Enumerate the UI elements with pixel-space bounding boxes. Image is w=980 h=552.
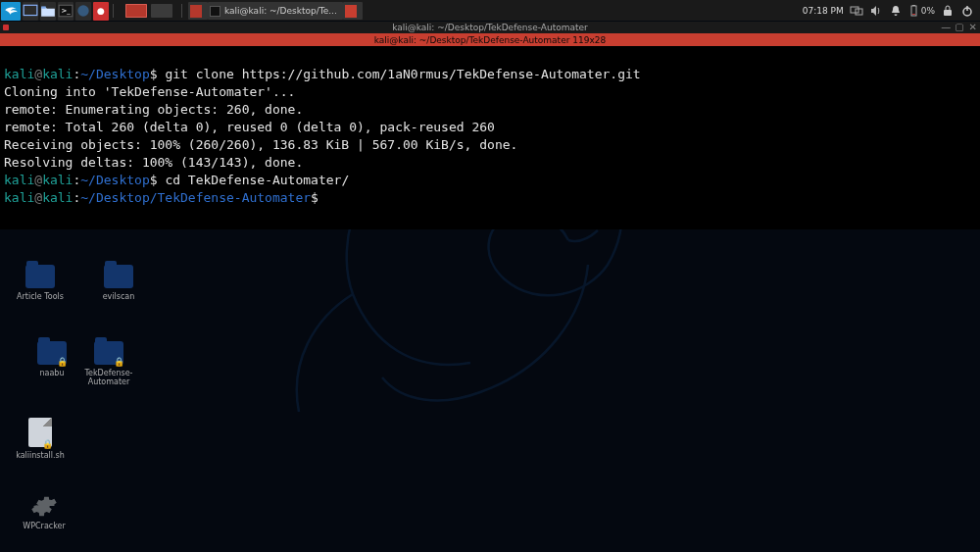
terminal-cmd-2: cd TekDefense-Automater/ xyxy=(165,173,349,187)
window-close-button[interactable]: ✕ xyxy=(969,23,977,32)
svg-rect-9 xyxy=(912,14,915,15)
terminal-launcher[interactable]: >_ xyxy=(58,2,74,21)
terminal-window[interactable]: kali@kali: ~/Desktop/TekDefense-Automate… xyxy=(0,22,980,228)
prompt-host: kali xyxy=(42,173,73,187)
notifications-icon[interactable] xyxy=(889,4,903,18)
battery-indicator[interactable]: 0% xyxy=(908,5,935,17)
terminal-titlebar[interactable]: kali@kali: ~/Desktop/TekDefense-Automate… xyxy=(0,22,980,33)
window-minimize-button[interactable]: — xyxy=(941,23,951,32)
terminal-output: Resolving deltas: 100% (143/143), done. xyxy=(4,155,303,170)
prompt-dollar: $ xyxy=(311,190,318,205)
power-icon[interactable] xyxy=(960,4,974,18)
taskbar: >_ ● kali@kali: ~/Desktop/Te... 07:18 PM xyxy=(0,0,980,21)
workspace-1[interactable] xyxy=(125,4,147,18)
svg-rect-0 xyxy=(24,5,37,15)
prompt-dollar: $ xyxy=(150,67,158,81)
svg-rect-8 xyxy=(912,5,915,6)
red-square-icon xyxy=(190,5,202,18)
task-button-terminal[interactable]: kali@kali: ~/Desktop/Te... xyxy=(208,2,343,20)
desktop-icon-kaliinstall[interactable]: kaliinstall.sh xyxy=(10,418,71,460)
desktop-label: naabu xyxy=(22,369,82,377)
show-desktop-button[interactable] xyxy=(23,2,38,21)
desktop-icon-article-tools[interactable]: Article Tools xyxy=(10,265,71,301)
svg-text:>_: >_ xyxy=(61,7,71,15)
task-button-recorder[interactable] xyxy=(188,2,208,20)
prompt-path: ~/Desktop/TekDefense-Automater xyxy=(80,190,311,205)
red-square-icon xyxy=(345,5,357,18)
prompt-user: kali xyxy=(4,67,34,81)
task-button-recorder-2[interactable] xyxy=(343,2,363,20)
terminal-tab[interactable]: kali@kali: ~/Desktop/TekDefense-Automate… xyxy=(0,33,980,46)
prompt-path: ~/Desktop xyxy=(80,67,149,81)
multi-monitor-icon[interactable] xyxy=(850,4,863,18)
terminal-tab-label: kali@kali: ~/Desktop/TekDefense-Automate… xyxy=(374,35,606,45)
start-menu-button[interactable] xyxy=(1,2,21,21)
prompt-user: kali xyxy=(4,190,34,205)
terminal-cmd-1: git clone https://github.com/1aN0rmus/Te… xyxy=(165,67,640,81)
prompt-dollar: $ xyxy=(150,173,158,187)
lock-icon[interactable] xyxy=(941,4,955,18)
svg-point-4 xyxy=(77,5,88,16)
desktop-label: Article Tools xyxy=(10,292,71,301)
desktop-icon-naabu[interactable]: naabu xyxy=(22,341,82,377)
screen-recorder-icon[interactable]: ● xyxy=(93,2,109,21)
prompt-at: @ xyxy=(34,67,42,81)
gear-icon xyxy=(14,492,74,522)
desktop-label: evilscan xyxy=(88,292,149,301)
titlebar-red-icon xyxy=(3,25,9,30)
desktop-label: WPCracker xyxy=(14,522,74,530)
desktop-icon-wpcracker[interactable]: WPCracker xyxy=(14,492,74,530)
battery-percent: 0% xyxy=(921,6,935,16)
terminal-output: Receiving objects: 100% (260/260), 136.8… xyxy=(4,137,517,152)
desktop-label: TekDefense-Automater xyxy=(78,369,139,386)
terminal-output: remote: Total 260 (delta 0), reused 0 (d… xyxy=(4,120,495,134)
launcher-app-1[interactable] xyxy=(75,2,91,21)
terminal-title: kali@kali: ~/Desktop/TekDefense-Automate… xyxy=(392,23,588,32)
task-label: kali@kali: ~/Desktop/Te... xyxy=(224,6,337,16)
svg-rect-10 xyxy=(944,10,952,16)
terminal-output: Cloning into 'TekDefense-Automater'... xyxy=(4,84,295,99)
workspace-switcher[interactable] xyxy=(125,4,172,18)
workspace-2[interactable] xyxy=(151,4,172,18)
prompt-host: kali xyxy=(42,190,73,205)
svg-rect-1 xyxy=(41,6,46,8)
clock[interactable]: 07:18 PM xyxy=(803,6,844,16)
prompt-host: kali xyxy=(42,67,73,81)
prompt-path: ~/Desktop xyxy=(80,173,149,187)
terminal-output: remote: Enumerating objects: 260, done. xyxy=(4,102,303,117)
prompt-at: @ xyxy=(34,173,42,187)
desktop-label: kaliinstall.sh xyxy=(10,451,71,460)
terminal-body[interactable]: kali@kali:~/Desktop$ git clone https://g… xyxy=(0,46,980,228)
desktop-icon-tekdefense[interactable]: TekDefense-Automater xyxy=(78,341,139,386)
prompt-at: @ xyxy=(34,190,42,205)
svg-rect-5 xyxy=(851,7,858,13)
prompt-user: kali xyxy=(4,173,34,187)
terminal-icon xyxy=(210,6,220,17)
window-maximize-button[interactable]: ▢ xyxy=(955,23,963,32)
desktop-icon-evilscan[interactable]: evilscan xyxy=(88,265,149,301)
file-manager-launcher[interactable] xyxy=(40,2,56,21)
volume-icon[interactable] xyxy=(869,4,883,18)
